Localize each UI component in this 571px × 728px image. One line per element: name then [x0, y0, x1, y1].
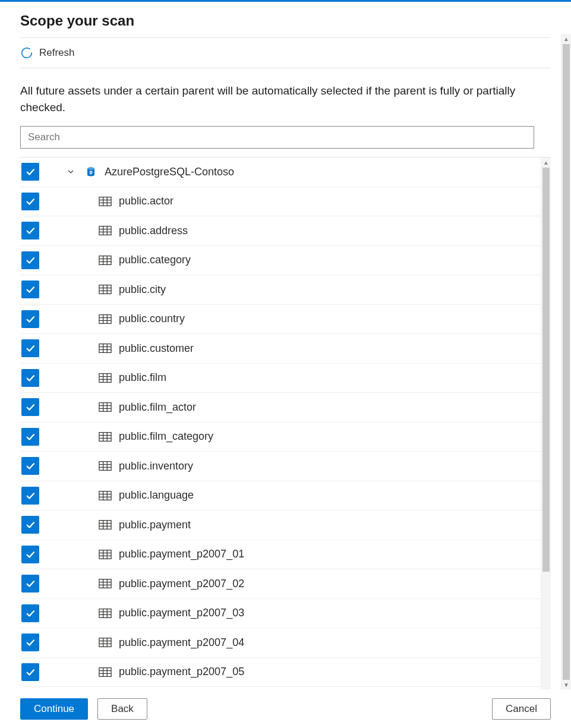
tree-child-row[interactable]: public.customer — [20, 334, 541, 364]
tree-child-label: public.payment_p2007_01 — [119, 548, 244, 560]
table-icon — [99, 430, 112, 443]
checkbox[interactable] — [21, 369, 39, 387]
refresh-button[interactable]: Refresh — [20, 38, 551, 68]
tree-child-row[interactable]: public.payment_p2007_02 — [20, 569, 541, 599]
svg-rect-73 — [99, 609, 111, 618]
refresh-label: Refresh — [39, 47, 75, 59]
svg-rect-83 — [99, 668, 111, 677]
scroll-thumb[interactable] — [542, 168, 550, 572]
chevron-down-icon[interactable] — [64, 165, 77, 178]
checkbox[interactable] — [21, 634, 39, 651]
scroll-up-icon[interactable]: ▲ — [541, 157, 551, 168]
tree-child-row[interactable]: public.city — [20, 275, 541, 305]
panel-scrollbar[interactable]: ▲ ▼ — [561, 34, 571, 690]
tree-child-row[interactable]: public.country — [20, 305, 541, 335]
continue-button[interactable]: Continue — [20, 698, 88, 720]
svg-rect-23 — [99, 315, 111, 324]
tree-child-row[interactable]: public.category — [20, 246, 541, 276]
scroll-down-icon[interactable]: ▼ — [561, 680, 571, 690]
checkbox[interactable] — [21, 339, 39, 357]
checkbox[interactable] — [21, 193, 39, 210]
database-icon: PG — [84, 165, 97, 178]
checkbox[interactable] — [21, 546, 39, 563]
checkbox[interactable] — [21, 163, 39, 181]
svg-rect-33 — [99, 374, 111, 383]
table-icon — [99, 577, 112, 590]
table-icon — [99, 607, 112, 620]
tree-child-row[interactable]: public.inventory — [20, 452, 541, 481]
tree-scroll[interactable]: PGAzurePostgreSQL-Contosopublic.actorpub… — [20, 157, 541, 726]
tree-child-label: public.payment_p2007_04 — [119, 636, 244, 649]
tree-container: PGAzurePostgreSQL-Contosopublic.actorpub… — [20, 157, 551, 726]
table-icon — [99, 459, 112, 472]
scroll-up-icon[interactable]: ▲ — [561, 34, 571, 44]
tree-child-label: public.city — [119, 283, 166, 296]
description-text: All future assets under a certain parent… — [20, 68, 551, 126]
checkbox[interactable] — [21, 575, 39, 593]
table-icon — [99, 254, 112, 267]
cancel-button[interactable]: Cancel — [492, 698, 551, 720]
checkbox[interactable] — [21, 428, 39, 446]
tree-child-label: public.address — [119, 225, 188, 237]
tree-child-row[interactable]: public.film_actor — [20, 393, 541, 423]
tree-child-row[interactable]: public.payment_p2007_03 — [20, 599, 541, 629]
table-icon — [99, 636, 112, 649]
table-icon — [99, 224, 112, 237]
svg-rect-3 — [99, 197, 111, 206]
page-title: Scope your scan — [20, 2, 551, 38]
checkbox[interactable] — [21, 310, 39, 328]
tree-child-label: public.category — [119, 254, 191, 266]
svg-rect-58 — [99, 521, 111, 530]
checkbox[interactable] — [21, 487, 39, 505]
tree-child-row[interactable]: public.payment — [20, 510, 541, 540]
tree-child-label: public.payment — [119, 519, 191, 531]
checkbox[interactable] — [21, 457, 39, 475]
checkbox[interactable] — [21, 663, 39, 681]
tree-root-label: AzurePostgreSQL-Contoso — [105, 166, 234, 178]
tree-child-label: public.payment_p2007_02 — [119, 578, 244, 590]
svg-rect-38 — [99, 403, 111, 412]
table-icon — [99, 401, 112, 414]
tree-child-label: public.language — [119, 489, 194, 502]
tree-child-row[interactable]: public.language — [20, 481, 541, 511]
table-icon — [99, 283, 112, 296]
tree-child-row[interactable]: public.payment_p2007_04 — [20, 628, 541, 658]
tree-child-row[interactable]: public.payment_p2007_05 — [20, 658, 541, 688]
table-icon — [99, 371, 112, 385]
tree-scrollbar[interactable]: ▲ ▼ — [541, 157, 551, 726]
svg-point-0 — [87, 168, 94, 171]
svg-rect-28 — [99, 344, 111, 353]
table-icon — [99, 666, 112, 679]
scroll-thumb[interactable] — [563, 44, 570, 680]
tree-child-label: public.inventory — [119, 460, 193, 472]
tree-child-label: public.country — [119, 313, 185, 325]
table-icon — [99, 489, 112, 502]
checkbox[interactable] — [21, 251, 39, 269]
svg-rect-53 — [99, 491, 111, 500]
checkbox[interactable] — [21, 516, 39, 534]
tree-child-label: public.payment_p2007_05 — [119, 666, 244, 678]
checkbox[interactable] — [21, 281, 39, 298]
tree-child-row[interactable]: public.actor — [20, 187, 541, 217]
tree-child-label: public.actor — [119, 195, 173, 207]
checkbox[interactable] — [21, 222, 39, 239]
checkbox[interactable] — [21, 398, 39, 416]
svg-rect-63 — [99, 550, 111, 559]
back-button[interactable]: Back — [97, 698, 147, 720]
svg-rect-48 — [99, 462, 111, 471]
tree-child-row[interactable]: public.payment_p2007_01 — [20, 540, 541, 570]
svg-rect-68 — [99, 579, 111, 588]
search-input[interactable] — [20, 126, 534, 149]
tree-child-label: public.film_actor — [119, 401, 196, 414]
tree-child-row[interactable]: public.film — [20, 364, 541, 393]
tree-child-row[interactable]: public.address — [20, 216, 541, 246]
refresh-icon — [20, 46, 33, 59]
checkbox[interactable] — [21, 604, 39, 622]
tree-child-label: public.film — [119, 371, 166, 384]
tree-child-row[interactable]: public.film_category — [20, 423, 541, 452]
tree-child-label: public.film_category — [119, 430, 213, 443]
svg-rect-78 — [99, 638, 111, 647]
table-icon — [99, 195, 112, 208]
table-icon — [99, 313, 112, 326]
tree-root-row[interactable]: PGAzurePostgreSQL-Contoso — [20, 157, 541, 187]
